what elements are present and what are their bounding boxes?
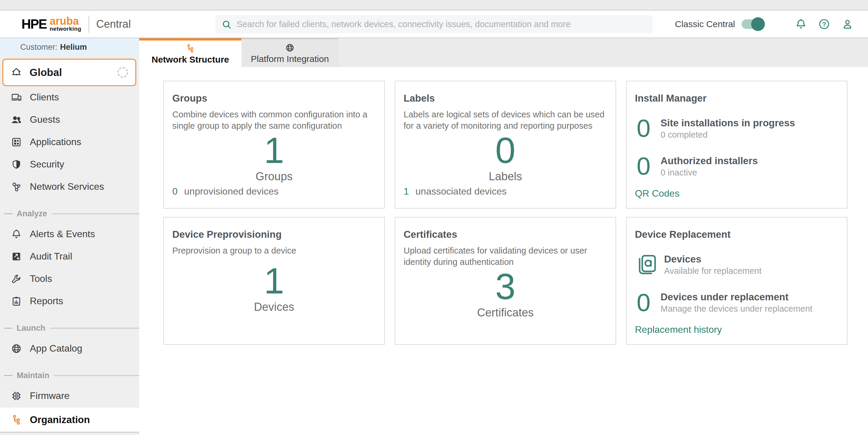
sidebar-item-label: Global: [30, 66, 62, 78]
card-title: Certificates: [404, 229, 607, 240]
card-counter: 1 Groups: [172, 132, 376, 186]
classic-central-label: Classic Central: [675, 19, 735, 29]
notifications-bell-icon[interactable]: [795, 18, 807, 30]
preprovisioned-devices-label: Devices: [254, 301, 294, 313]
sidebar-item-label: Reports: [30, 296, 63, 307]
sidebar-item-applications[interactable]: Applications: [0, 131, 139, 153]
tab-label: Network Structure: [151, 55, 229, 65]
search-input[interactable]: [236, 19, 653, 30]
product-name: Central: [96, 18, 131, 30]
card-grid: Groups Combine devices with common confi…: [163, 81, 847, 345]
card-counter: 3 Certificates: [404, 268, 607, 322]
tab-platform-integration[interactable]: Platform Integration: [242, 38, 338, 67]
sidebar-item-firmware[interactable]: Firmware: [0, 384, 139, 407]
hierarchy-icon: [185, 43, 195, 53]
global-search[interactable]: [215, 15, 653, 33]
groups-count-label: Groups: [255, 170, 293, 183]
tab-network-structure[interactable]: Network Structure: [139, 38, 242, 67]
card-title: Device Preprovisioning: [172, 229, 376, 240]
home-network-icon: [10, 66, 22, 78]
sidebar-item-label: App Catalog: [30, 343, 82, 354]
section-label: Launch: [17, 324, 45, 333]
row-subtitle: Available for replacement: [664, 266, 762, 276]
hierarchy-icon: [11, 414, 22, 426]
sidebar-section-maintain: Maintain: [0, 366, 139, 384]
sidebar-item-label: Organization: [30, 414, 90, 426]
groups-count: 1: [264, 134, 284, 167]
sidebar: Customer: Helium Global Clients: [0, 38, 139, 435]
sidebar-item-label: Clients: [30, 92, 59, 103]
sidebar-item-organization[interactable]: Organization: [0, 408, 139, 433]
sidebar-item-app-catalog[interactable]: App Catalog: [0, 337, 139, 360]
qr-codes-link[interactable]: QR Codes: [635, 186, 838, 201]
bell-icon: [11, 229, 22, 240]
row-title: Authorized installers: [660, 155, 758, 167]
devices-available-row: Devices Available for replacement: [635, 253, 838, 276]
sidebar-item-guests[interactable]: Guests: [0, 108, 139, 131]
firmware-chip-icon: [11, 390, 22, 402]
section-dash: [4, 375, 12, 376]
device-replacement-rows: Devices Available for replacement 0 Devi…: [635, 245, 838, 322]
devices-under-replacement-row: 0 Devices under replacement Manage the d…: [635, 291, 838, 314]
row-subtitle: 0 inactive: [660, 168, 758, 177]
app-header: HPE aruba networking Central Classic Cen…: [0, 10, 868, 38]
section-line: [50, 328, 139, 329]
header-actions: Classic Central ?: [675, 10, 854, 38]
card-title: Install Manager: [635, 93, 838, 104]
sidebar-section-analyze: Analyze: [0, 204, 139, 223]
row-subtitle: Manage the devices under replacement: [660, 304, 812, 314]
clients-devices-icon: [11, 92, 22, 103]
sidebar-item-label: Audit Trail: [30, 251, 72, 262]
sidebar-item-security[interactable]: Security: [0, 153, 139, 175]
section-label: Analyze: [17, 209, 47, 219]
globe-icon: [11, 343, 22, 354]
help-icon[interactable]: ?: [818, 18, 831, 30]
authorized-installers-count: 0: [635, 156, 652, 177]
sidebar-item-reports[interactable]: Reports: [0, 290, 139, 312]
hpe-aruba-logo: HPE aruba networking Central: [22, 10, 131, 38]
authorized-installers-row: 0 Authorized installers 0 inactive: [635, 155, 838, 177]
card-description: Preprovision a group to a device: [172, 245, 376, 256]
card-counter: 0 Labels: [404, 132, 607, 186]
unprovisioned-devices-link[interactable]: 0 unprovisioned devices: [172, 186, 376, 201]
row-subtitle: 0 completed: [660, 130, 795, 140]
sidebar-nav: Clients Guests Applications: [0, 86, 139, 407]
search-icon: [221, 19, 232, 30]
site-installations-row: 0 Site installations in progress 0 compl…: [635, 118, 838, 140]
section-label: Maintain: [17, 371, 50, 380]
sidebar-item-audit-trail[interactable]: Audit Trail: [0, 245, 139, 268]
site-installations-count: 0: [635, 118, 652, 139]
network-services-icon: [11, 181, 22, 193]
main-content: Network Structure Platform Integration G…: [139, 38, 868, 435]
certificates-count-label: Certificates: [477, 306, 533, 319]
user-icon[interactable]: [841, 18, 854, 30]
labels-count: 0: [495, 134, 516, 167]
customer-bar: Customer: Helium: [0, 38, 139, 56]
row-title: Devices under replacement: [660, 291, 812, 303]
replacement-history-link[interactable]: Replacement history: [635, 322, 838, 337]
sidebar-item-label: Network Services: [30, 181, 104, 192]
sidebar-item-clients[interactable]: Clients: [0, 86, 139, 108]
row-title: Devices: [664, 254, 762, 265]
card-description: Upload certificates for validating devic…: [404, 245, 607, 268]
sidebar-item-label: Tools: [30, 273, 52, 284]
section-line: [52, 213, 139, 214]
card-groups: Groups Combine devices with common confi…: [163, 81, 385, 208]
card-title: Groups: [172, 93, 376, 104]
certificates-count: 3: [495, 271, 516, 303]
loading-spinner-icon: [118, 67, 128, 78]
tab-bar: Network Structure Platform Integration: [139, 38, 868, 67]
install-manager-rows: 0 Site installations in progress 0 compl…: [635, 109, 838, 186]
sidebar-item-global[interactable]: Global: [2, 59, 136, 86]
toggle-knob: [751, 17, 765, 31]
aruba-networking-logo: aruba networking: [50, 16, 81, 32]
sidebar-item-network-services[interactable]: Network Services: [0, 175, 139, 198]
audit-trail-icon: [11, 251, 22, 262]
guests-people-icon: [11, 114, 22, 126]
browser-chrome-strip: [0, 0, 868, 10]
unassociated-devices-link[interactable]: 1 unassociated devices: [404, 186, 607, 201]
classic-central-toggle[interactable]: [742, 20, 764, 29]
sidebar-item-alerts-events[interactable]: Alerts & Events: [0, 223, 139, 245]
sidebar-item-tools[interactable]: Tools: [0, 268, 139, 290]
logo-divider: [89, 15, 89, 33]
